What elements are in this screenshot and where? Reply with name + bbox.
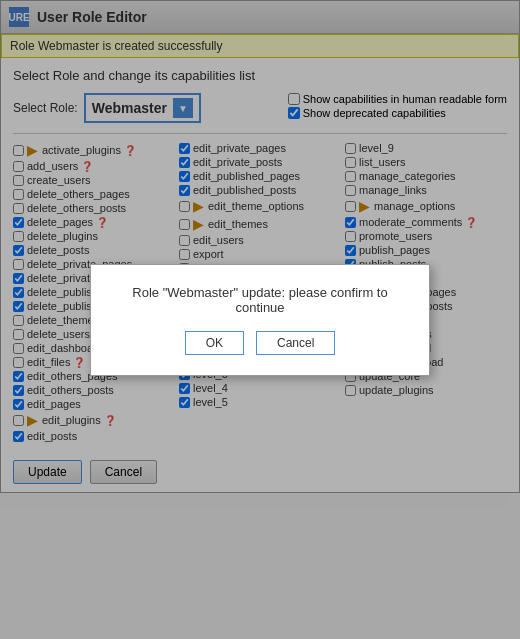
modal-overlay: Role "Webmaster" update: please confirm … xyxy=(0,0,520,639)
modal-dialog: Role "Webmaster" update: please confirm … xyxy=(90,264,430,376)
modal-ok-button[interactable]: OK xyxy=(185,331,244,355)
modal-buttons: OK Cancel xyxy=(111,331,409,355)
modal-message: Role "Webmaster" update: please confirm … xyxy=(111,285,409,315)
modal-cancel-button[interactable]: Cancel xyxy=(256,331,335,355)
